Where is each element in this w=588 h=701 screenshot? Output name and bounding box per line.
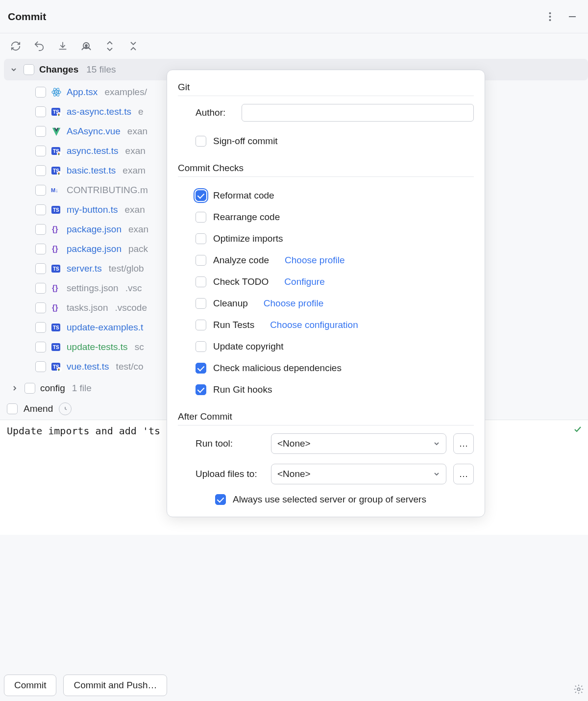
commit-check-row: Reformat code: [178, 185, 474, 206]
minimize-icon[interactable]: [564, 9, 580, 25]
commit-check-label: Check TODO: [213, 276, 269, 287]
file-path: examples/: [104, 87, 147, 98]
commit-and-push-button[interactable]: Commit and Push…: [63, 675, 167, 696]
commit-check-row: Optimize imports: [178, 228, 474, 250]
file-checkbox[interactable]: [35, 87, 46, 98]
file-checkbox[interactable]: [35, 361, 46, 372]
file-path: exan: [125, 204, 145, 215]
file-path: test/glob: [109, 263, 144, 274]
commit-check-checkbox[interactable]: [196, 276, 206, 287]
expand-collapse-icon[interactable]: [103, 39, 117, 53]
changes-count: 15 files: [86, 64, 116, 75]
commit-check-checkbox[interactable]: [196, 298, 206, 309]
commit-check-checkbox[interactable]: [196, 233, 206, 244]
file-checkbox[interactable]: [35, 244, 46, 254]
file-checkbox[interactable]: [35, 263, 46, 274]
file-type-icon: {}: [51, 302, 62, 313]
run-tool-browse-button[interactable]: …: [453, 433, 474, 454]
commit-check-row: Update copyright: [178, 336, 474, 357]
svg-point-2: [549, 19, 551, 21]
always-use-server-checkbox[interactable]: [215, 494, 226, 505]
svg-text:TS: TS: [53, 207, 59, 213]
commit-check-link[interactable]: Choose profile: [264, 298, 324, 309]
commit-check-link[interactable]: Choose profile: [285, 255, 345, 266]
commit-check-label: Run Git hooks: [213, 384, 272, 395]
commit-options-popup: Git Author: Sign-off commit Commit Check…: [167, 70, 485, 517]
show-diff-icon[interactable]: [79, 39, 93, 53]
changes-checkbox[interactable]: [24, 64, 34, 75]
file-name: tasks.json: [67, 302, 108, 313]
commit-button[interactable]: Commit: [4, 675, 56, 696]
kebab-menu-icon[interactable]: [542, 9, 558, 25]
upload-browse-button[interactable]: …: [453, 464, 474, 484]
commit-check-checkbox[interactable]: [196, 255, 206, 266]
commit-checks-title: Commit Checks: [178, 163, 474, 177]
commit-check-label: Analyze code: [213, 255, 269, 266]
commit-check-checkbox[interactable]: [196, 363, 206, 374]
commit-check-label: Optimize imports: [213, 233, 283, 244]
git-section-title: Git: [178, 82, 474, 96]
commit-check-checkbox[interactable]: [196, 384, 206, 395]
file-path: pack: [128, 244, 148, 254]
commit-check-checkbox[interactable]: [196, 341, 206, 352]
file-path: .vsc: [125, 283, 142, 294]
commit-check-checkbox[interactable]: [196, 212, 206, 223]
gear-icon[interactable]: [573, 684, 584, 697]
commit-check-label: Check malicious dependencies: [213, 363, 342, 374]
file-type-icon: TS: [51, 204, 62, 215]
commit-check-checkbox[interactable]: [196, 190, 206, 201]
chevron-down-icon: [433, 471, 440, 477]
svg-text:{}: {}: [52, 284, 58, 292]
file-type-icon: TS: [51, 165, 62, 176]
commit-check-link[interactable]: Configure: [284, 276, 324, 287]
file-checkbox[interactable]: [35, 283, 46, 294]
signoff-checkbox[interactable]: [196, 136, 206, 147]
collapse-all-icon[interactable]: [126, 39, 140, 53]
commit-check-row: Run Git hooks: [178, 379, 474, 401]
file-checkbox[interactable]: [35, 204, 46, 215]
file-checkbox[interactable]: [35, 185, 46, 196]
amend-checkbox[interactable]: [7, 403, 18, 414]
file-type-icon: {}: [51, 283, 62, 294]
file-checkbox[interactable]: [35, 302, 46, 313]
commit-check-row: Analyze codeChoose profile: [178, 250, 474, 271]
file-name: basic.test.ts: [67, 165, 116, 176]
file-name: AsAsync.vue: [67, 126, 121, 137]
panel-title: Commit: [8, 11, 46, 23]
commit-check-link[interactable]: Choose configuration: [270, 320, 358, 330]
run-tool-label: Run tool:: [196, 438, 264, 449]
file-name: update-examples.t: [67, 322, 143, 333]
file-path: .vscode: [115, 302, 147, 313]
commit-check-row: Check malicious dependencies: [178, 357, 474, 379]
file-checkbox[interactable]: [35, 322, 46, 333]
author-input[interactable]: [242, 104, 474, 122]
file-checkbox[interactable]: [35, 126, 46, 137]
file-checkbox[interactable]: [35, 165, 46, 176]
undo-icon[interactable]: [32, 39, 46, 53]
upload-select[interactable]: <None>: [271, 464, 446, 484]
upload-label: Upload files to:: [196, 469, 264, 479]
file-type-icon: TS: [51, 322, 62, 333]
refresh-icon[interactable]: [9, 39, 23, 53]
svg-text:TS: TS: [53, 266, 59, 272]
file-checkbox[interactable]: [35, 146, 46, 156]
file-checkbox[interactable]: [35, 342, 46, 352]
config-label: config: [40, 383, 65, 394]
file-checkbox[interactable]: [35, 224, 46, 235]
config-checkbox[interactable]: [24, 383, 35, 394]
svg-text:{}: {}: [52, 225, 58, 233]
file-type-icon: TS: [51, 146, 62, 156]
always-use-server-label: Always use selected server or group of s…: [233, 494, 426, 505]
file-name: App.tsx: [67, 87, 98, 98]
file-path: exan: [128, 224, 148, 235]
file-path: exan: [125, 146, 146, 156]
file-checkbox[interactable]: [35, 106, 46, 117]
file-name: server.ts: [67, 263, 102, 274]
shelve-icon[interactable]: [56, 39, 70, 53]
commit-check-checkbox[interactable]: [196, 320, 206, 330]
history-icon[interactable]: [59, 402, 72, 415]
run-tool-select[interactable]: <None>: [271, 433, 446, 454]
file-name: settings.json: [67, 283, 119, 294]
file-type-icon: TS: [51, 361, 62, 372]
file-name: as-async.test.ts: [67, 106, 131, 117]
